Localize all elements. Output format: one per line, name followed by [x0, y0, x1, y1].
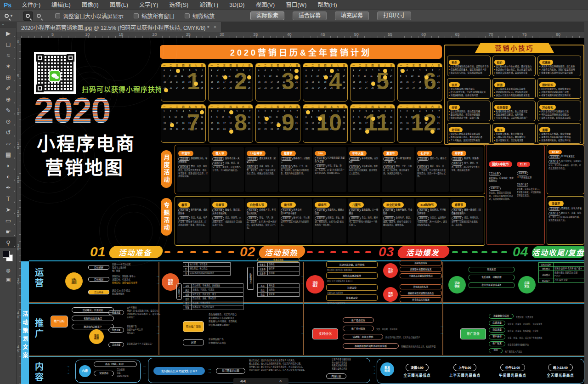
tip-card-line: 砍到底价可低价购买，助力好友得福利 — [494, 68, 534, 72]
tip-card-line: 优惠金额与核销率需实时监控调整 — [539, 72, 579, 75]
zoom-all-windows-checkbox[interactable]: 缩放所有窗口 — [134, 12, 175, 20]
dodge-tool[interactable]: ◐ — [0, 171, 17, 182]
menu-view[interactable]: 视图(V) — [250, 0, 281, 10]
magic-wand-tool-glyph: ✶ — [6, 63, 11, 70]
tip-card-line: 优惠券限时发放，福袋拉升时长 — [539, 139, 579, 142]
crop-tool[interactable]: ⊞ — [0, 72, 17, 83]
document-tab[interactable]: 2020小程序电商营销地图.jpg @ 12.5% (扫码可以获得小程序扶持, … — [17, 22, 222, 32]
activity-card-theme: 活动主题夏一场“清凉夏日节”，清凉一夏 — [383, 157, 413, 164]
zoom-out-button[interactable] — [34, 11, 44, 21]
taskbar-peek[interactable]: ◀◀ ✕ — [233, 378, 288, 384]
menu-layer[interactable]: 图层(L) — [104, 0, 134, 10]
pen-tool[interactable]: ✒ — [0, 182, 17, 193]
actual-pixels-button[interactable]: 实际像素 — [250, 11, 284, 20]
mindmap-box: 活动推广利益点优化 — [343, 334, 383, 339]
mindmap-lines: 活动规划包装活动氛围营造 — [117, 368, 140, 378]
mindmap-box: 预售商品尾款催付 — [326, 272, 378, 279]
color-swatches[interactable] — [0, 250, 17, 265]
type-tool[interactable]: T — [0, 193, 17, 204]
ruler-mark: 20 — [153, 32, 157, 37]
lasso-tool[interactable]: ≈ — [0, 50, 17, 61]
stage-banner: 活动爆发 — [396, 246, 451, 258]
menu-type[interactable]: 文字(Y) — [134, 0, 164, 10]
eyedropper-tool[interactable]: ✐ — [0, 83, 17, 94]
zoom-in-button[interactable] — [23, 11, 33, 21]
mindmap-box: 推广复盘 — [460, 328, 486, 339]
shape-tool-glyph: ▭ — [6, 217, 11, 224]
brush-tool[interactable]: ✎ — [0, 105, 17, 116]
gradient-tool[interactable]: ▤ — [0, 149, 17, 160]
clone-stamp-tool[interactable]: ⊙ — [0, 116, 17, 127]
festival-column: 国庆&中秋节活动主题欢度国庆，乐享中秋；借势假期热点适用行业全品类，旅游出行迎来… — [489, 159, 514, 243]
path-selection-tool[interactable]: ➤ — [0, 204, 17, 215]
tip-card: 老带新锁定核心复购老客做老带新运营推荐成功双方得礼，叠加活动礼遇个人号触达，连续… — [447, 123, 491, 144]
blur-tool[interactable]: ◗ — [0, 160, 17, 171]
screen-mode-button[interactable]: ▣ — [0, 275, 17, 284]
activity-card-theme: 活动主题白色情人节，不可错过的回礼 — [247, 209, 277, 215]
history-brush-tool-glyph: ↺ — [6, 129, 11, 136]
activity-card-theme: 活动主题爱你不止这一天 — [212, 157, 242, 161]
mindmap-box: 社群运营 — [326, 284, 378, 291]
tool-preset-caret-icon[interactable]: ▼ — [10, 14, 13, 18]
menu-file[interactable]: 文件(F) — [16, 0, 46, 10]
shape-tool[interactable]: ▭ — [0, 215, 17, 226]
activity-card-theme: 活动主题新年新气象，全民迎新春 — [178, 209, 208, 215]
photoshop-window: Ps 文件(F)编辑(E)图像(I)图层(L)文字(Y)选择(S)滤镜(T)3D… — [0, 0, 588, 384]
eraser-tool-glyph: ▱ — [6, 140, 11, 147]
clone-stamp-tool-glyph: ⊙ — [6, 118, 11, 125]
horizontal-ruler[interactable]: 5101520253035404550556065707580 — [21, 32, 584, 38]
activity-card: 520活动主题5.20谐音就是“我爱你”大促销适用行业鲜花、美妆、饰品、礼品等，… — [313, 147, 346, 192]
zoom-tool-icon[interactable] — [5, 14, 9, 18]
print-size-button[interactable]: 打印尺寸 — [377, 11, 411, 20]
poster-artwork: 扫码可以获得小程序扶持 2020 小程序电商 营销地图 2020营销日历&全年营… — [21, 38, 584, 384]
zoom-tool[interactable]: ⚲ — [0, 237, 17, 248]
stage-dashes — [452, 251, 507, 253]
tip-card: 拼团三人成团或老带新成团玩法最优拼团搭配限时玩法，虚实结合成团选品以引流款与利润… — [492, 78, 536, 99]
panel-dock-strip[interactable] — [584, 22, 588, 384]
calendar-weekday-header: 一二三四五六日 — [256, 105, 300, 108]
tip-card: 会员会员等级设置3-5级为最佳积分+现金兑换，针对不同等级发权益消费满额升级，培… — [447, 78, 491, 99]
hand-tool[interactable]: ☛ — [0, 226, 17, 237]
calendar-month-6: 一二三四五六日612345678910111213141516171819202… — [397, 63, 442, 102]
marquee-tool[interactable]: ◻ — [0, 39, 17, 50]
menu-edit[interactable]: 编辑(E) — [46, 0, 76, 10]
menu-window[interactable]: 窗口(W) — [280, 0, 312, 10]
monthly-activities-label: 月度活动 — [161, 150, 172, 188]
magic-wand-tool[interactable]: ✶ — [0, 61, 17, 72]
send-time-pill: 上午8:00 — [453, 364, 476, 371]
ruler-mark: 2 5 — [17, 209, 19, 217]
menu-3d[interactable]: 3D(D) — [224, 0, 250, 10]
menu-filter[interactable]: 滤镜(T) — [194, 0, 224, 10]
menu-help[interactable]: 帮助(H) — [312, 0, 342, 10]
fill-screen-button[interactable]: 填充屏幕 — [335, 11, 369, 20]
calendar-weekday-header: 一二三四五六日 — [209, 63, 253, 67]
menu-image[interactable]: 图像(I) — [76, 0, 104, 10]
calendar-month-number: 6 — [424, 70, 436, 93]
document-canvas[interactable]: 扫码可以获得小程序扶持 2020 小程序电商 营销地图 2020营销日历&全年营… — [21, 38, 584, 384]
activity-card: 感恩节活动主题感恩一路相伴，回馈最想感谢的人适用行业食品、鲜花礼包、生鲜等，以感… — [450, 198, 483, 243]
healing-brush-tool[interactable]: ⊕ — [0, 94, 17, 105]
mindmap-box: 积分兑现返现或返还 — [469, 282, 514, 288]
tab-close-icon[interactable]: × — [214, 24, 217, 30]
tip-card-line: 推荐成功双方得礼，叠加活动礼遇 — [449, 136, 489, 139]
flow-arrow-icon: → → → — [66, 365, 70, 374]
flow-arrow-icon: → → → — [156, 275, 159, 284]
ruler-corner — [17, 32, 21, 38]
quick-mask-button[interactable]: ◍ — [0, 265, 17, 275]
history-brush-tool[interactable]: ↺ — [0, 127, 17, 138]
mindmap-box: 预热推广策略 — [183, 321, 204, 332]
fit-screen-button[interactable]: 适合屏幕 — [293, 11, 327, 20]
scrubby-zoom-checkbox[interactable]: 细微缩放 — [185, 12, 215, 20]
calendar-month-number: 4 — [329, 70, 342, 93]
activity-card-industry: 适用行业图书、数码、文具、服饰等，面向学生党主推开学季，晒出返校清单! — [452, 162, 481, 172]
resize-windows-checkbox[interactable]: 调整窗口大小以满屏显示 — [55, 12, 124, 20]
close-peek-icon[interactable]: ✕ — [279, 379, 282, 383]
activity-card-pill: 感恩节 — [452, 202, 467, 208]
toolbar-collapse-icon[interactable]: » — [0, 22, 16, 28]
menu-select[interactable]: 选择(S) — [164, 0, 194, 10]
foreground-color-swatch[interactable] — [3, 251, 10, 258]
eraser-tool[interactable]: ▱ — [0, 138, 17, 149]
vertical-ruler[interactable]: 051 01 52 02 53 03 54 04 5 — [17, 38, 21, 384]
move-tool[interactable]: ▶ — [0, 28, 17, 39]
collapse-icon[interactable]: ◀◀ — [240, 379, 245, 383]
